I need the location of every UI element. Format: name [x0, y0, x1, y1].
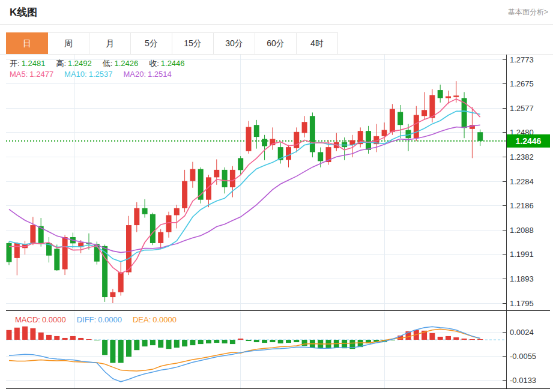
ma-lines-layer — [9, 99, 480, 274]
svg-text:1.2382: 1.2382 — [510, 152, 534, 161]
tab-week[interactable]: 周 — [47, 32, 89, 54]
svg-text:0.0024: 0.0024 — [510, 328, 534, 337]
svg-text:1.2088: 1.2088 — [510, 226, 534, 235]
period-tabs: 日周月5分15分30分60分4时 — [0, 32, 553, 55]
legend-close: 收:1.2446 — [149, 58, 184, 69]
svg-text:1.1991: 1.1991 — [510, 250, 534, 259]
svg-text:-0.0055: -0.0055 — [510, 352, 536, 361]
page-title: K线图 — [10, 5, 37, 19]
legend-low: 低:1.2426 — [103, 58, 138, 69]
ma-legend: MA5:1.2477 MA10:1.2537 MA20:1.2514 — [10, 70, 183, 79]
svg-text:1.2284: 1.2284 — [510, 177, 534, 186]
tab-15min[interactable]: 15分 — [172, 32, 214, 54]
legend-ma20: MA20:1.2514 — [123, 70, 171, 79]
legend-high: 高:1.2492 — [56, 58, 91, 69]
current-price-badge: 1.2446 — [507, 134, 550, 148]
candles-layer — [7, 81, 483, 303]
tab-5min[interactable]: 5分 — [130, 32, 172, 54]
ma20-line — [9, 125, 480, 252]
fundamental-analysis-link[interactable]: 基本面分析> — [508, 7, 548, 17]
tab-day[interactable]: 日 — [6, 32, 48, 54]
tab-60min[interactable]: 60分 — [255, 32, 297, 54]
macd-legend: MACD:0.0000 DIFF:0.0000 DEA:0.0000 — [15, 315, 187, 324]
svg-text:-0.0133: -0.0133 — [510, 376, 536, 385]
tab-30min[interactable]: 30分 — [213, 32, 255, 54]
svg-text:1.2675: 1.2675 — [510, 79, 534, 88]
svg-text:1.2186: 1.2186 — [510, 201, 534, 210]
svg-text:1.1893: 1.1893 — [510, 274, 534, 283]
axis-layer: 1.27731.26751.25771.24801.23821.22841.21… — [503, 55, 536, 388]
svg-text:1.2577: 1.2577 — [510, 104, 534, 113]
legend-macd: MACD:0.0000 — [15, 315, 66, 324]
ohlc-legend: 开:1.2481 高:1.2492 低:1.2426 收:1.2446 — [10, 58, 196, 69]
tab-month[interactable]: 月 — [89, 32, 131, 54]
svg-text:1.2446: 1.2446 — [516, 136, 542, 146]
tab-4hour[interactable]: 4时 — [296, 32, 338, 54]
legend-ma10: MA10:1.2537 — [64, 70, 112, 79]
legend-dea: DEA:0.0000 — [133, 315, 177, 324]
kline-widget: 1.27731.26751.25771.24801.23821.22841.21… — [0, 0, 553, 392]
header: K线图 基本面分析> — [0, 0, 553, 25]
legend-open: 开:1.2481 — [10, 58, 45, 69]
ma5-line — [9, 99, 480, 274]
legend-ma5: MA5:1.2477 — [10, 70, 53, 79]
legend-diff: DIFF:0.0000 — [77, 315, 122, 324]
svg-text:1.1795: 1.1795 — [510, 299, 534, 308]
svg-text:1.2773: 1.2773 — [510, 55, 534, 64]
